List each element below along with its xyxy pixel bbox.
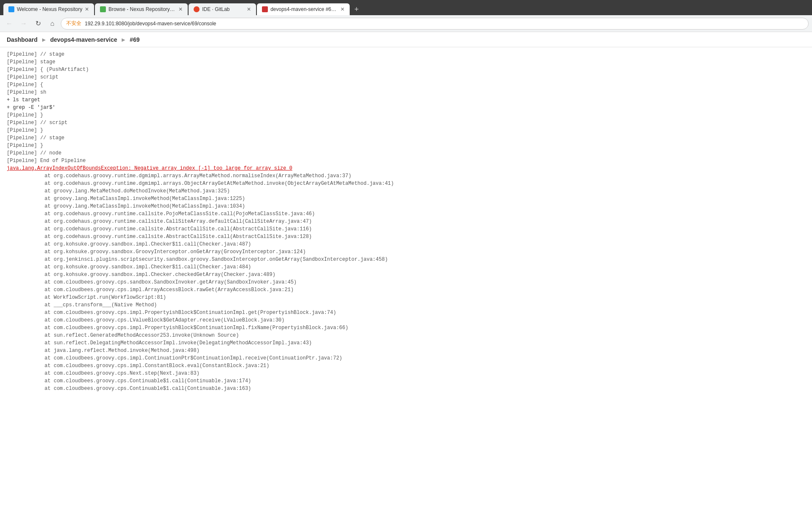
gitlab-favicon <box>194 6 200 12</box>
console-line: at org.codehaus.groovy.runtime.callsite.… <box>7 225 805 233</box>
tab-browse-close[interactable]: ✕ <box>178 6 183 12</box>
console-line: [Pipeline] { (PushArtifact) <box>7 66 805 73</box>
console-line: at sun.reflect.DelegatingMethodAccessorI… <box>7 339 805 347</box>
console-line: at com.cloudbees.groovy.cps.impl.Propert… <box>7 309 805 316</box>
console-line: [Pipeline] stage <box>7 58 805 66</box>
tab-nexus-close[interactable]: ✕ <box>85 6 89 12</box>
tab-jenkins[interactable]: devops4-maven-service #69 C... ✕ <box>257 3 350 15</box>
console-line: at org.kohsuke.groovy.sandbox.impl.Check… <box>7 241 805 248</box>
new-tab-button[interactable]: + <box>351 3 362 15</box>
console-line: at com.cloudbees.groovy.cps.LValueBlock$… <box>7 316 805 324</box>
breadcrumb-dashboard[interactable]: Dashboard <box>7 36 38 43</box>
tab-gitlab-close[interactable]: ✕ <box>247 6 251 12</box>
console-output: [Pipeline] // stage[Pipeline] stage[Pipe… <box>0 47 812 519</box>
console-line: at org.codehaus.groovy.runtime.dgmimpl.a… <box>7 172 805 180</box>
console-line: at sun.reflect.GeneratedMethodAccessor25… <box>7 332 805 339</box>
console-line: at org.codehaus.groovy.runtime.dgmimpl.a… <box>7 180 805 187</box>
console-line: + ls target <box>7 96 805 104</box>
console-line: at ___cps.transform___(Native Method) <box>7 301 805 309</box>
console-line: [Pipeline] // stage <box>7 51 805 58</box>
console-line: [Pipeline] // node <box>7 149 805 157</box>
console-line: [Pipeline] script <box>7 73 805 81</box>
refresh-button[interactable]: ↻ <box>32 18 44 30</box>
home-button[interactable]: ⌂ <box>46 18 58 30</box>
console-line: at java.lang.reflect.Method.invoke(Metho… <box>7 347 805 354</box>
tab-nexus[interactable]: Welcome - Nexus Repository ✕ <box>3 3 94 15</box>
console-line: + grep -E 'jar$' <box>7 104 805 111</box>
console-line: at org.kohsuke.groovy.sandbox.impl.Check… <box>7 263 805 271</box>
console-line: [Pipeline] } <box>7 127 805 134</box>
console-line: at org.codehaus.groovy.runtime.callsite.… <box>7 218 805 225</box>
console-line: at groovy.lang.MetaClassImpl.invokeMetho… <box>7 203 805 210</box>
console-line: at WorkflowScript.run(WorkflowScript:81) <box>7 294 805 301</box>
console-line: at com.cloudbees.groovy.cps.impl.Constan… <box>7 362 805 370</box>
forward-button[interactable]: → <box>18 18 30 30</box>
console-line: at com.cloudbees.groovy.cps.Continuable$… <box>7 385 805 392</box>
breadcrumb-build: #69 <box>130 36 140 43</box>
breadcrumb-sep-2: ► <box>121 36 127 43</box>
tab-browse-label: Browse - Nexus Repository M... <box>108 6 176 12</box>
console-line: at com.cloudbees.groovy.cps.Continuable$… <box>7 377 805 385</box>
console-line: [Pipeline] } <box>7 111 805 119</box>
address-text: 192.29.9.101:8080/job/devops4-maven-serv… <box>85 21 803 27</box>
address-bar-row: ← → ↻ ⌂ 不安全 192.29.9.101:8080/job/devops… <box>0 15 812 32</box>
tab-jenkins-close[interactable]: ✕ <box>340 6 345 12</box>
back-button[interactable]: ← <box>3 18 15 30</box>
console-line: at org.codehaus.groovy.runtime.callsite.… <box>7 233 805 241</box>
console-line: [Pipeline] } <box>7 142 805 149</box>
tab-jenkins-label: devops4-maven-service #69 C... <box>270 6 338 12</box>
tabs-bar: Welcome - Nexus Repository ✕ Browse - Ne… <box>3 3 809 15</box>
console-line: at com.cloudbees.groovy.cps.Next.step(Ne… <box>7 370 805 377</box>
console-line: [Pipeline] sh <box>7 89 805 96</box>
console-line: [Pipeline] // script <box>7 119 805 127</box>
console-line: [Pipeline] { <box>7 81 805 89</box>
console-line: at org.codehaus.groovy.runtime.callsite.… <box>7 210 805 218</box>
browser-chrome: Welcome - Nexus Repository ✕ Browse - Ne… <box>0 0 812 15</box>
address-field[interactable]: 不安全 192.29.9.101:8080/job/devops4-maven-… <box>61 18 809 30</box>
breadcrumb-service[interactable]: devops4-maven-service <box>50 36 117 43</box>
console-line: at org.jenkinsci.plugins.scriptsecurity.… <box>7 256 805 263</box>
console-line: at groovy.lang.MetaMethod.doMethodInvoke… <box>7 187 805 195</box>
tab-nexus-label: Welcome - Nexus Repository <box>17 6 82 12</box>
console-line: at com.cloudbees.groovy.cps.impl.Propert… <box>7 324 805 332</box>
tab-gitlab-label: IDE · GitLab <box>202 6 244 12</box>
breadcrumb-bar: Dashboard ► devops4-maven-service ► #69 <box>0 32 812 47</box>
tab-gitlab[interactable]: IDE · GitLab ✕ <box>189 3 256 15</box>
console-line: at com.cloudbees.groovy.cps.impl.ArrayAc… <box>7 286 805 294</box>
console-line: [Pipeline] End of Pipeline <box>7 157 805 165</box>
nexus-favicon <box>8 6 14 12</box>
tab-browse[interactable]: Browse - Nexus Repository M... ✕ <box>95 3 188 15</box>
console-line: at org.kohsuke.groovy.sandbox.impl.Check… <box>7 271 805 278</box>
console-line: [Pipeline] // stage <box>7 134 805 142</box>
console-line: at com.cloudbees.groovy.cps.impl.Continu… <box>7 354 805 362</box>
breadcrumb-sep-1: ► <box>41 36 47 43</box>
console-line: at groovy.lang.MetaClassImpl.invokeMetho… <box>7 195 805 203</box>
console-line: at org.kohsuke.groovy.sandbox.GroovyInte… <box>7 248 805 256</box>
browse-favicon <box>100 6 106 12</box>
security-icon: 不安全 <box>66 20 81 27</box>
console-line: java.lang.ArrayIndexOutOfBoundsException… <box>7 165 805 172</box>
console-line: at com.cloudbees.groovy.cps.sandbox.Sand… <box>7 278 805 286</box>
jenkins-favicon <box>262 6 268 12</box>
